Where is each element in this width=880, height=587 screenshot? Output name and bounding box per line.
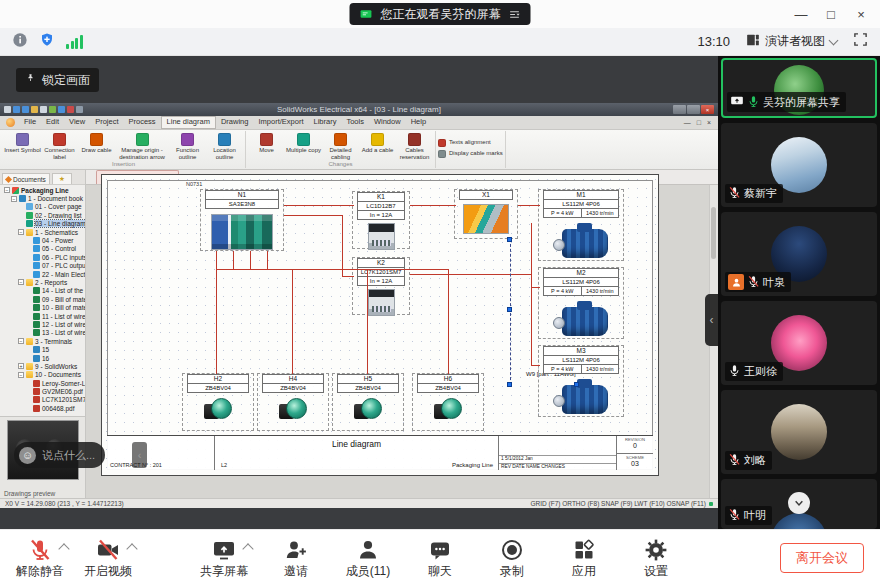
participant-tile-蔡新宇[interactable]: 蔡新宇 [721, 123, 877, 207]
tree-item-07-plc-outputs[interactable]: 07 - PLC outputs [0, 262, 85, 270]
menu-process[interactable]: Process [124, 116, 161, 127]
meeting-info-icon[interactable] [12, 32, 28, 52]
ribbon-button-function-outline[interactable]: Function outline [169, 131, 206, 160]
drawing-page[interactable]: N0731 W9 [part : 11AWG] CONTRACT N° : 20… [101, 174, 659, 476]
toolbar-邀请[interactable]: 邀请 [272, 537, 320, 580]
ribbon-button-location-outline[interactable]: Location outline [206, 131, 243, 160]
toolbar-应用[interactable]: 应用 [560, 537, 608, 580]
tree-item-1-schematics[interactable]: −1 - Schematics [0, 228, 85, 236]
tree-item-gv2me06-pdf[interactable]: GV2ME06.pdf [0, 387, 85, 395]
ribbon-button-texts-alignment[interactable]: Texts alignment [438, 139, 491, 147]
network-signal-icon[interactable] [66, 35, 83, 49]
tree-item-22-main-electrical-en[interactable]: 22 - Main Electrical En [0, 270, 85, 278]
ribbon-button-move[interactable]: Move [248, 131, 285, 154]
toolbar-成员-11[interactable]: 成员(11) [344, 537, 392, 580]
tree-item-14-list-of-the-cables[interactable]: 14 - List of the cables [0, 287, 85, 295]
tree-item-15[interactable]: 15 [0, 345, 85, 353]
tree-item-02-drawing-list[interactable]: 02 - Drawing list [0, 211, 85, 219]
solidworks-window-controls[interactable]: × [673, 105, 714, 114]
menu-help[interactable]: Help [406, 116, 431, 127]
toolbar-共享屏幕[interactable]: 共享屏幕 [200, 537, 248, 580]
participant-tile-叶泉[interactable]: 叶泉 [721, 212, 877, 296]
statusbar-modes[interactable]: GRID (F7) ORTHO (F8) SNAP (F9) LWT (F10)… [530, 500, 706, 507]
tree-item-16[interactable]: 16 [0, 354, 85, 362]
lock-view-button[interactable]: 锁定画面 [16, 68, 99, 92]
security-shield-icon[interactable] [39, 32, 55, 52]
quick-icon-4[interactable] [40, 106, 47, 113]
menu-drawing[interactable]: Drawing [216, 116, 254, 127]
tree-expander[interactable]: + [18, 363, 24, 369]
ribbon-button-insert-symbol[interactable]: Insert Symbol [4, 131, 41, 154]
view-mode-switch[interactable]: 演讲者视图 [746, 33, 837, 50]
component-contactor-k2[interactable]: K2LC7K1201SM7In = 12A [352, 257, 410, 315]
selection-handle[interactable] [507, 382, 512, 387]
quick-icon-3[interactable] [31, 106, 38, 113]
ribbon-button-display-cable-marks[interactable]: Display cable marks [438, 150, 503, 158]
component-contactor-k1[interactable]: K1LC1D12B7In = 12A [352, 191, 410, 249]
selection-handle[interactable] [507, 307, 512, 312]
component-motor-m2[interactable]: M2LS112M 4P06P = 4 kW1430 tr/min [538, 267, 624, 339]
watching-screen-pill[interactable]: 您正在观看吴芬的屏幕 [350, 3, 531, 25]
chevron-up-icon[interactable] [58, 543, 69, 554]
tree-item-leroy-somer-ls-pdf[interactable]: Leroy-Somer-LS.pdf [0, 379, 85, 387]
sidebar-collapse-handle[interactable]: ‹ [705, 294, 718, 346]
quick-icon-8[interactable] [76, 106, 83, 113]
emoji-icon[interactable]: ☺ [19, 447, 36, 464]
fullscreen-icon[interactable] [853, 32, 868, 51]
tree-item-01-cover-page[interactable]: 01 - Cover page [0, 203, 85, 211]
toolbar-开启视频[interactable]: 开启视频 [84, 537, 132, 580]
toolbar-录制[interactable]: 录制 [488, 537, 536, 580]
maximize-button[interactable]: □ [816, 0, 846, 28]
component-terminal-x1[interactable]: X1 [454, 189, 518, 239]
tree-item-06-plc-inputs[interactable]: 06 - PLC inputs [0, 253, 85, 261]
component-pilot-h[interactable]: H4ZB4BV04 [257, 373, 329, 431]
toolbar-解除静音[interactable]: 解除静音 [16, 537, 64, 580]
menu-line-diagram[interactable]: Line diagram [161, 116, 216, 129]
tree-item-03-line-diagram[interactable]: 03 - Line diagram [0, 220, 85, 228]
leave-meeting-button[interactable]: 离开会议 [780, 543, 864, 573]
ribbon-button-draw-cable[interactable]: Draw cable [78, 131, 115, 154]
component-pilot-h[interactable]: H5ZB4BV04 [332, 373, 404, 431]
selection-handle[interactable] [574, 382, 579, 387]
tree-item-05-control[interactable]: 05 - Control [0, 245, 85, 253]
menu-tools[interactable]: Tools [341, 116, 369, 127]
component-motor-m1[interactable]: M1LS112M 4P06P = 4 kW1430 tr/min [538, 189, 624, 261]
participant-tile-刘略[interactable]: 刘略 [721, 390, 877, 474]
tree-item-1-document-book[interactable]: −1 - Document book [0, 194, 85, 202]
component-motor-m3[interactable]: M3LS112M 4P06P = 4 kW1430 tr/min [538, 345, 624, 417]
participant-tile-王则徐[interactable]: 王则徐 [721, 301, 877, 385]
tree-item-10-documents[interactable]: −10 - Documents [0, 371, 85, 379]
tree-item-packaging-line[interactable]: −Packaging Line [0, 186, 85, 194]
tab-documents[interactable]: Documents [2, 173, 50, 184]
menu-file[interactable]: File [19, 116, 41, 127]
menu-view[interactable]: View [64, 116, 90, 127]
component-plc-n1[interactable]: N1SA3E3N8 [200, 189, 284, 251]
menu-project[interactable]: Project [90, 116, 123, 127]
quick-icon-0[interactable] [4, 106, 11, 113]
minimize-button[interactable]: — [786, 0, 816, 28]
chat-quick-input[interactable]: ☺ 说点什么... [14, 442, 105, 468]
tree-item-12-list-of-wires[interactable]: 12 - List of wires [0, 320, 85, 328]
quick-icon-7[interactable] [67, 106, 74, 113]
quick-icon-6[interactable] [58, 106, 65, 113]
component-pilot-h[interactable]: H2ZB4BV04 [182, 373, 254, 431]
tree-item-04-power[interactable]: 04 - Power [0, 236, 85, 244]
close-button[interactable]: × [846, 0, 876, 28]
selected-cable[interactable] [510, 239, 511, 385]
menu-library[interactable]: Library [308, 116, 341, 127]
tree-item-11-list-of-wires[interactable]: 11 - List of wires [0, 312, 85, 320]
tree-expander[interactable]: − [18, 279, 24, 285]
tree-item-lc7k1201sm7-pdf[interactable]: LC7K1201SM7.pdf [0, 396, 85, 404]
menu-edit[interactable]: Edit [41, 116, 64, 127]
menu-import-export[interactable]: Import/Export [253, 116, 308, 127]
ribbon-button-multiple-copy[interactable]: Multiple copy [285, 131, 322, 154]
tree-item-9-solidworks[interactable]: +9 - SolidWorks [0, 362, 85, 370]
tree-expander[interactable]: − [18, 229, 24, 235]
tree-item-09-bill-of-materials[interactable]: 09 - Bill of materials [0, 295, 85, 303]
mdi-window-controls[interactable]: — □ × [684, 119, 713, 126]
tree-expander[interactable]: − [11, 196, 17, 202]
chevron-up-icon[interactable] [242, 543, 253, 554]
tree-expander[interactable]: − [4, 187, 10, 193]
quick-icon-1[interactable] [13, 106, 20, 113]
component-pilot-h[interactable]: H6ZB4BV04 [412, 373, 484, 431]
